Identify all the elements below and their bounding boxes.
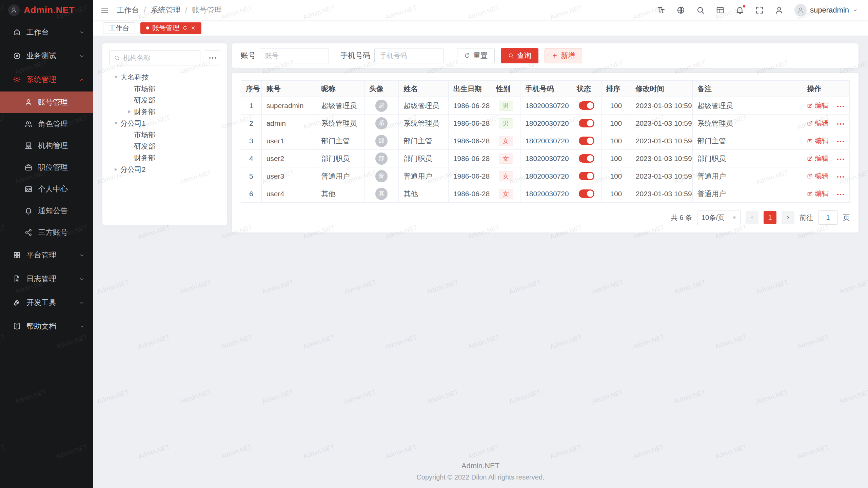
- tab-close-icon[interactable]: [191, 25, 196, 30]
- edit-button[interactable]: 编辑: [807, 154, 828, 163]
- profile-shortcut-button[interactable]: [775, 6, 784, 15]
- font-size-button[interactable]: [657, 6, 666, 15]
- tab-account-management[interactable]: 账号管理: [140, 22, 201, 34]
- org-more-button[interactable]: [205, 50, 220, 65]
- edit-button[interactable]: 编辑: [807, 119, 828, 128]
- tree-caret-icon[interactable]: [125, 95, 134, 106]
- sidebar-item-platform-management[interactable]: 平台管理: [0, 243, 93, 267]
- sidebar-item-position-management[interactable]: 职位管理: [0, 157, 93, 178]
- sidebar-item-dev-tools[interactable]: 开发工具: [0, 291, 93, 314]
- edit-icon: [807, 121, 812, 126]
- next-page-button[interactable]: [782, 211, 794, 224]
- column-header: 性别: [491, 81, 520, 97]
- tree-node[interactable]: 分公司1: [109, 118, 220, 129]
- cell-modified-time: 2023-01-03 10:59:44: [631, 132, 692, 150]
- sidebar-item-role-management[interactable]: 角色管理: [0, 113, 93, 135]
- tree-caret-icon[interactable]: [111, 72, 120, 83]
- status-toggle[interactable]: [579, 137, 594, 145]
- org-search-field[interactable]: [109, 50, 200, 65]
- sidebar-item-account-management[interactable]: 账号管理: [0, 92, 93, 113]
- row-more-icon[interactable]: [837, 194, 844, 195]
- cell-birthdate: 1986-06-28: [448, 115, 491, 132]
- row-more-icon[interactable]: [837, 106, 844, 107]
- query-search-button[interactable]: 查询: [501, 48, 538, 63]
- status-toggle[interactable]: [579, 154, 594, 163]
- sidebar-item-system-management[interactable]: 系统管理: [0, 68, 93, 92]
- layout-theme-button[interactable]: [716, 6, 725, 15]
- sidebar-item-log-management[interactable]: 日志管理: [0, 267, 93, 291]
- tree-node[interactable]: 市场部: [109, 83, 220, 95]
- cell-modified-time: 2023-01-03 10:59:44: [631, 185, 692, 203]
- arrow-left-icon: [749, 215, 755, 220]
- cell-modified-time: 2023-01-03 10:59:44: [631, 115, 692, 132]
- page-size-select[interactable]: 10条/页: [697, 210, 741, 225]
- tree-node[interactable]: 分公司2: [109, 164, 220, 175]
- tree-caret-icon[interactable]: [125, 129, 134, 141]
- row-more-icon[interactable]: [837, 159, 844, 160]
- sidebar-collapse-button[interactable]: [93, 0, 117, 20]
- page-number-button[interactable]: 1: [764, 211, 776, 224]
- prev-page-button[interactable]: [746, 211, 758, 224]
- edit-button[interactable]: 编辑: [807, 171, 828, 181]
- breadcrumb-item[interactable]: 账号管理: [192, 5, 222, 15]
- sidebar-item-notice-announcement[interactable]: 通知公告: [0, 200, 93, 222]
- notification-button[interactable]: [735, 6, 744, 15]
- tree-caret-icon[interactable]: [111, 164, 120, 175]
- language-button[interactable]: [676, 6, 685, 15]
- sidebar-item-org-management[interactable]: 机构管理: [0, 135, 93, 157]
- row-avatar: 部: [375, 135, 388, 147]
- breadcrumb-item[interactable]: 工作台: [117, 5, 139, 15]
- row-more-icon[interactable]: [837, 141, 844, 142]
- tree-node[interactable]: 研发部: [109, 141, 220, 152]
- goto-page-input[interactable]: [818, 210, 838, 225]
- sidebar-item-third-party-account[interactable]: 三方账号: [0, 222, 93, 243]
- tree-node[interactable]: 大名科技: [109, 72, 220, 83]
- sidebar-item-help-docs[interactable]: 帮助文档: [0, 314, 93, 338]
- status-toggle[interactable]: [579, 172, 594, 180]
- edit-button[interactable]: 编辑: [807, 189, 828, 198]
- tree-caret-icon[interactable]: [125, 141, 134, 152]
- row-more-icon[interactable]: [837, 123, 844, 125]
- row-avatar: 超: [375, 100, 388, 112]
- status-toggle[interactable]: [579, 119, 594, 127]
- edit-button[interactable]: 编辑: [807, 136, 828, 145]
- toggle-knob: [587, 138, 593, 144]
- reset-button[interactable]: 重置: [457, 48, 495, 63]
- add-button[interactable]: 新增: [545, 48, 582, 63]
- hamburger-icon: [100, 6, 109, 15]
- user-menu[interactable]: superadmin: [794, 4, 858, 16]
- cell-actions: 编辑: [802, 167, 850, 185]
- sidebar-item-business-test[interactable]: 业务测试: [0, 44, 93, 68]
- cell-gender: 女: [491, 185, 520, 203]
- row-more-icon[interactable]: [837, 176, 844, 178]
- main-area: 工作台/系统管理/账号管理 superadmin 工作台 账号管理: [93, 0, 868, 488]
- tree-caret-icon[interactable]: [125, 152, 134, 164]
- status-toggle[interactable]: [579, 101, 594, 110]
- tree-caret-icon[interactable]: [125, 83, 134, 95]
- tab-refresh-icon[interactable]: [182, 25, 188, 30]
- tree-node[interactable]: 市场部: [109, 129, 220, 141]
- tree-node[interactable]: 研发部: [109, 95, 220, 106]
- tab-workbench[interactable]: 工作台: [103, 22, 135, 34]
- breadcrumb-item[interactable]: 系统管理: [151, 5, 180, 15]
- tabs-bar: 工作台 账号管理: [93, 20, 868, 36]
- fullscreen-button[interactable]: [755, 6, 764, 15]
- tree-caret-icon[interactable]: [111, 118, 120, 129]
- sidebar-item-workbench[interactable]: 工作台: [0, 20, 93, 44]
- cell-nickname: 其他: [316, 185, 364, 203]
- status-toggle[interactable]: [579, 189, 594, 198]
- cell-sort: 100: [601, 167, 631, 185]
- cell-nickname: 超级管理员: [316, 97, 364, 115]
- tree-caret-icon[interactable]: [125, 106, 134, 118]
- edit-button[interactable]: 编辑: [807, 101, 828, 110]
- book-icon: [13, 322, 21, 330]
- tree-node[interactable]: 财务部: [109, 106, 220, 118]
- query-panel: 账号 手机号码 重置 查询 新增: [232, 43, 859, 68]
- org-search-input[interactable]: [123, 54, 196, 62]
- global-search-button[interactable]: [696, 6, 705, 15]
- tree-node[interactable]: 财务部: [109, 152, 220, 164]
- account-input[interactable]: [260, 48, 329, 63]
- phone-input[interactable]: [374, 48, 443, 63]
- sidebar-item-personal-center[interactable]: 个人中心: [0, 178, 93, 200]
- cell-status: [572, 150, 601, 167]
